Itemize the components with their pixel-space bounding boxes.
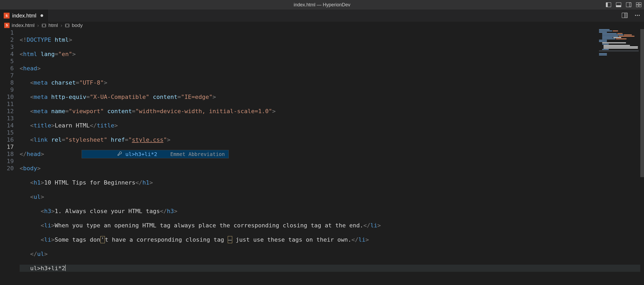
more-actions-icon[interactable] — [634, 13, 640, 19]
code-area[interactable]: <!DOCTYPE html> <html lang="en"> <head> … — [20, 29, 644, 285]
layout-controls — [606, 2, 641, 7]
html-file-icon — [4, 23, 10, 28]
suggest-kind: Emmet Abbreviation — [170, 151, 225, 158]
chevron-right-icon: › — [37, 22, 39, 28]
svg-rect-1 — [606, 3, 608, 7]
suggest-widget[interactable]: ul>h3+li*2 Emmet Abbreviation — [82, 150, 229, 158]
svg-rect-12 — [625, 13, 627, 18]
suggest-label: ul>h3+li*2 — [125, 151, 157, 158]
symbol-icon — [42, 23, 46, 28]
svg-point-13 — [635, 15, 636, 16]
toggle-primary-sidebar-icon[interactable] — [606, 2, 611, 7]
tab-bar: index.html — [0, 10, 644, 22]
customize-layout-icon[interactable] — [636, 2, 641, 7]
chevron-right-icon: › — [61, 22, 62, 28]
tab-label: index.html — [12, 13, 36, 19]
tab-index-html[interactable]: index.html — [0, 10, 48, 22]
svg-rect-8 — [636, 5, 638, 7]
split-editor-icon[interactable] — [622, 13, 628, 19]
dirty-indicator-icon — [41, 14, 43, 17]
svg-rect-9 — [639, 5, 641, 7]
svg-rect-4 — [626, 3, 631, 7]
toggle-panel-icon[interactable] — [616, 2, 621, 7]
breadcrumb-body: body — [65, 22, 83, 28]
svg-rect-7 — [639, 3, 641, 5]
scrollbar-thumb[interactable] — [640, 29, 644, 177]
breadcrumb[interactable]: index.html › html › body — [0, 22, 644, 29]
suggest-item[interactable]: ul>h3+li*2 Emmet Abbreviation — [82, 150, 229, 158]
svg-rect-3 — [616, 5, 621, 7]
titlebar: index.html — HyperionDev — [0, 0, 644, 10]
minimap[interactable] — [599, 29, 639, 56]
svg-rect-17 — [65, 24, 69, 27]
svg-point-15 — [639, 15, 640, 16]
svg-point-14 — [637, 15, 638, 16]
wrench-icon — [86, 144, 122, 165]
breadcrumb-html: html — [42, 22, 58, 28]
svg-rect-5 — [629, 3, 631, 7]
html-file-icon — [4, 13, 10, 19]
svg-rect-6 — [636, 3, 638, 5]
svg-rect-16 — [42, 24, 46, 27]
editor[interactable]: 1234567891011121314151617181920 <!DOCTYP… — [0, 29, 644, 285]
breadcrumb-file: index.html — [4, 22, 35, 28]
text-cursor — [65, 265, 66, 271]
symbol-icon — [65, 23, 70, 28]
line-number-gutter: 1234567891011121314151617181920 — [0, 29, 20, 285]
window-title: index.html — HyperionDev — [294, 2, 350, 8]
toggle-secondary-sidebar-icon[interactable] — [626, 2, 631, 7]
vertical-scrollbar[interactable] — [640, 29, 644, 285]
